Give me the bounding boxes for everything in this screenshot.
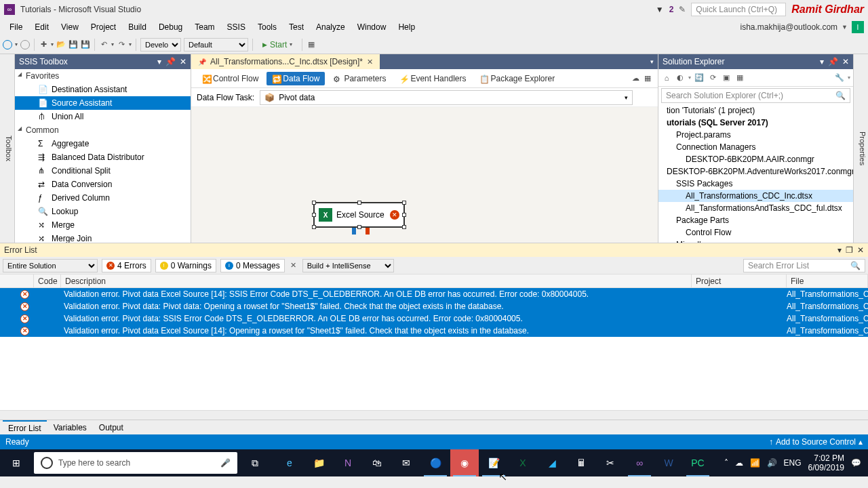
solution-node[interactable]: Connection Managers bbox=[658, 141, 853, 153]
menu-window[interactable]: Window bbox=[352, 20, 392, 34]
designer-tool-icon[interactable]: ☁ bbox=[631, 74, 640, 83]
se-sync-icon[interactable]: 🔄 bbox=[694, 73, 705, 83]
toolbox-item-source-assistant[interactable]: 📄Source Assistant bbox=[15, 96, 191, 110]
toolbox-cat-common[interactable]: Common bbox=[15, 123, 191, 137]
app-store[interactable]: 🛍 bbox=[363, 449, 391, 476]
solution-tree[interactable]: tion 'Tutorials' (1 project)utorials (SQ… bbox=[658, 104, 853, 243]
menu-team[interactable]: Team bbox=[189, 20, 220, 34]
toolbox-item-aggregate[interactable]: ΣAggregate bbox=[15, 137, 191, 150]
toolbox-item-data-conversion[interactable]: ⇄Data Conversion bbox=[15, 178, 191, 191]
redo-icon[interactable]: ↷ bbox=[117, 40, 126, 49]
toolbox-item-merge-join[interactable]: ⤮Merge Join bbox=[15, 232, 191, 243]
app-edge[interactable]: e bbox=[275, 449, 304, 476]
tab-data-flow[interactable]: 🔁Data Flow bbox=[267, 72, 325, 85]
se-back-icon[interactable]: ◐ bbox=[675, 73, 686, 83]
menu-tools[interactable]: Tools bbox=[252, 20, 282, 34]
nav-forward-button[interactable] bbox=[20, 40, 30, 49]
tray-lang[interactable]: ENG bbox=[784, 458, 802, 468]
toolbox-cat-favorites[interactable]: Favorites bbox=[15, 69, 191, 83]
feedback-icon[interactable]: ✎ bbox=[679, 5, 686, 14]
error-search-input[interactable]: Search Error List🔍 bbox=[743, 259, 865, 272]
solution-node[interactable]: Package Parts bbox=[658, 214, 853, 226]
solution-node[interactable]: utorials (SQL Server 2017) bbox=[658, 117, 853, 129]
horizontal-scrollbar[interactable] bbox=[0, 410, 868, 420]
error-scope-select[interactable]: Entire Solution bbox=[3, 259, 98, 272]
error-row[interactable]: ✕Validation error. Pivot data: Pivot dat… bbox=[0, 300, 868, 312]
col-code[interactable]: Code bbox=[34, 274, 61, 287]
tray-clock[interactable]: 7:02 PM 6/09/2019 bbox=[808, 453, 844, 473]
app-mail[interactable]: ✉ bbox=[392, 449, 420, 476]
toolbox-item-merge[interactable]: ⤭Merge bbox=[15, 218, 191, 232]
error-row[interactable]: ✕Validation error. Pivot data Excel Sour… bbox=[0, 288, 868, 300]
taskbar-search[interactable]: Type here to search🎤 bbox=[34, 452, 237, 474]
menu-help[interactable]: Help bbox=[393, 20, 420, 34]
data-flow-task-select[interactable]: 📦 Pivot data ▾ bbox=[260, 90, 633, 105]
notification-badge[interactable]: 2 bbox=[669, 5, 674, 14]
save-icon[interactable]: 💾 bbox=[68, 40, 78, 49]
tray-up-icon[interactable]: ˄ bbox=[724, 458, 728, 468]
app-onenote[interactable]: N bbox=[334, 449, 362, 476]
app-calculator[interactable]: 🖩 bbox=[567, 449, 595, 476]
menu-project[interactable]: Project bbox=[85, 20, 121, 34]
pin-icon[interactable]: 📌 bbox=[198, 58, 206, 66]
solution-node[interactable]: Control Flow bbox=[658, 226, 853, 239]
solution-node[interactable]: SSIS Packages bbox=[658, 178, 853, 190]
system-tray[interactable]: ˄ ☁ 📶 🔊 ENG 7:02 PM 6/09/2019 💬 bbox=[719, 453, 867, 473]
excel-source-shape[interactable]: X Excel Source ✕ bbox=[313, 202, 405, 228]
publish-icon[interactable]: ↑ bbox=[769, 437, 773, 447]
el-restore-icon[interactable]: ❐ bbox=[846, 245, 853, 255]
toolbar-extra-icon[interactable]: ▦ bbox=[307, 40, 316, 49]
mic-icon[interactable]: 🎤 bbox=[220, 458, 231, 468]
close-icon[interactable]: ✕ bbox=[367, 58, 373, 66]
toolbox-item-union-all[interactable]: ⫛Union All bbox=[15, 110, 191, 123]
se-pin-icon[interactable]: 📌 bbox=[828, 57, 838, 66]
nav-back-button[interactable] bbox=[3, 40, 12, 49]
clear-filter-icon[interactable]: ✕ bbox=[289, 261, 298, 270]
quick-launch-input[interactable]: Quick Launch (Ctrl+Q) bbox=[691, 3, 786, 16]
solution-search-input[interactable]: Search Solution Explorer (Ctrl+;)🔍 bbox=[661, 88, 850, 103]
menu-ssis[interactable]: SSIS bbox=[222, 20, 251, 34]
menu-file[interactable]: File bbox=[4, 20, 28, 34]
se-refresh-icon[interactable]: ⟳ bbox=[707, 73, 718, 83]
designer-tool-icon[interactable]: ▦ bbox=[643, 74, 652, 83]
tab-control-flow[interactable]: 🔀Control Flow bbox=[197, 72, 264, 85]
se-close-icon[interactable]: ✕ bbox=[842, 57, 849, 66]
toolbox-side-tab[interactable]: Toolbox bbox=[0, 54, 15, 243]
app-camtasia[interactable]: ◉ bbox=[450, 449, 479, 476]
toolbox-item-derived-column[interactable]: ƒDerived Column bbox=[15, 191, 191, 205]
properties-side-tab[interactable]: Properties bbox=[853, 54, 868, 243]
error-row[interactable]: ✕Validation error. Pivot data Excel Sour… bbox=[0, 325, 868, 337]
task-view-button[interactable]: ⧉ bbox=[240, 449, 270, 476]
menu-debug[interactable]: Debug bbox=[153, 20, 188, 34]
app-excel[interactable]: X bbox=[509, 449, 537, 476]
avatar[interactable]: I bbox=[852, 21, 864, 33]
messages-filter[interactable]: i0 Messages bbox=[220, 259, 285, 272]
col-file[interactable]: File bbox=[787, 274, 868, 287]
app-visualstudio[interactable]: ∞ bbox=[625, 449, 654, 476]
undo-icon[interactable]: ↶ bbox=[99, 40, 108, 49]
solution-node[interactable]: All_Transformations_CDC_Inc.dtsx bbox=[658, 190, 853, 202]
user-dropdown-icon[interactable]: ▼ bbox=[842, 24, 848, 30]
design-canvas[interactable]: X Excel Source ✕ bbox=[191, 107, 658, 243]
toolbox-item-lookup[interactable]: 🔍Lookup bbox=[15, 205, 191, 218]
app-explorer[interactable]: 📁 bbox=[304, 449, 333, 476]
start-button[interactable]: Start ▾ bbox=[257, 39, 298, 51]
tab-event-handlers[interactable]: ⚡Event Handlers bbox=[394, 72, 471, 85]
tray-volume-icon[interactable]: 🔊 bbox=[767, 458, 777, 468]
build-intellisense-select[interactable]: Build + IntelliSense bbox=[302, 259, 394, 272]
tab-variables[interactable]: Variables bbox=[48, 421, 92, 434]
tab-error-list[interactable]: Error List bbox=[3, 420, 47, 435]
app-word[interactable]: W bbox=[654, 449, 683, 476]
col-description[interactable]: Description bbox=[61, 274, 692, 287]
se-home-icon[interactable]: ⌂ bbox=[661, 73, 672, 83]
menu-view[interactable]: View bbox=[56, 20, 84, 34]
start-button[interactable]: ⊞ bbox=[1, 449, 31, 476]
error-row[interactable]: ✕Validation error. Pivot data: SSIS Erro… bbox=[0, 312, 868, 325]
solution-node[interactable]: tion 'Tutorials' (1 project) bbox=[658, 104, 853, 117]
se-properties-icon[interactable]: 🔧 bbox=[834, 73, 845, 83]
col-project[interactable]: Project bbox=[692, 274, 787, 287]
solution-node[interactable]: All_TansformationsAndTasks_CDC_ful.dtsx bbox=[658, 202, 853, 214]
output-arrow-blue[interactable] bbox=[352, 228, 356, 235]
platform-select[interactable]: Default bbox=[184, 38, 248, 52]
app-azure[interactable]: ◢ bbox=[538, 449, 566, 476]
